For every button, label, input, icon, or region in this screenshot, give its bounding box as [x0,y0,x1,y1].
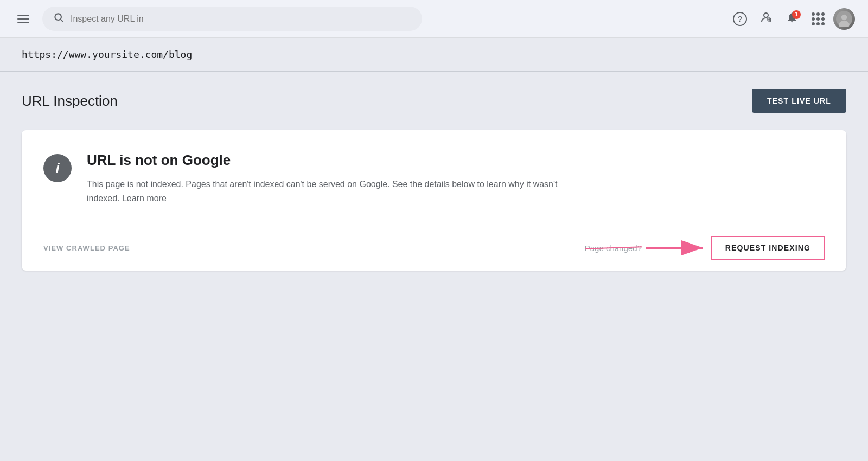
status-description: This page is not indexed. Pages that are… [87,177,575,205]
svg-point-7 [841,14,847,20]
header-actions: ? 1 [729,8,855,30]
app-header: ? 1 [0,0,868,38]
avatar-image [833,8,855,30]
inspected-url: https://www.yoursite.com/blog [22,49,192,60]
search-input[interactable] [71,14,411,24]
url-bar: https://www.yoursite.com/blog [0,38,868,72]
account-settings-icon [760,11,773,27]
avatar[interactable] [833,8,855,30]
status-title: URL is not on Google [87,152,575,169]
page-changed-text: Page changed? [585,244,642,253]
notifications-button[interactable]: 1 [781,8,803,30]
status-card: i URL is not on Google This page is not … [22,130,846,271]
annotation-arrow: Page changed? [585,238,711,258]
main-content: URL Inspection TEST LIVE URL i URL is no… [0,72,868,288]
help-button[interactable]: ? [729,8,751,30]
search-icon [53,12,64,25]
svg-point-2 [764,13,768,17]
help-icon: ? [733,12,747,26]
page-title: URL Inspection [22,93,118,110]
view-crawled-page-button[interactable]: VIEW CRAWLED PAGE [43,240,130,257]
search-bar[interactable] [42,7,422,31]
account-settings-button[interactable] [755,8,777,30]
grid-menu-button[interactable] [807,8,829,30]
learn-more-link[interactable]: Learn more [122,194,167,203]
test-live-url-button[interactable]: TEST LIVE URL [752,89,846,113]
card-text-content: URL is not on Google This page is not in… [87,152,575,205]
grid-icon [812,12,825,25]
page-header: URL Inspection TEST LIVE URL [22,89,846,113]
svg-line-1 [61,20,63,22]
request-indexing-area: Page changed? REQUEST INDEXING [585,236,825,260]
info-icon: i [43,154,72,182]
notification-count: 1 [792,10,801,19]
request-indexing-button[interactable]: REQUEST INDEXING [711,236,825,260]
card-body: i URL is not on Google This page is not … [22,130,846,225]
arrow-svg [646,238,711,258]
card-footer: VIEW CRAWLED PAGE Page changed? REQUES [22,225,846,271]
hamburger-menu-icon[interactable] [13,10,34,28]
